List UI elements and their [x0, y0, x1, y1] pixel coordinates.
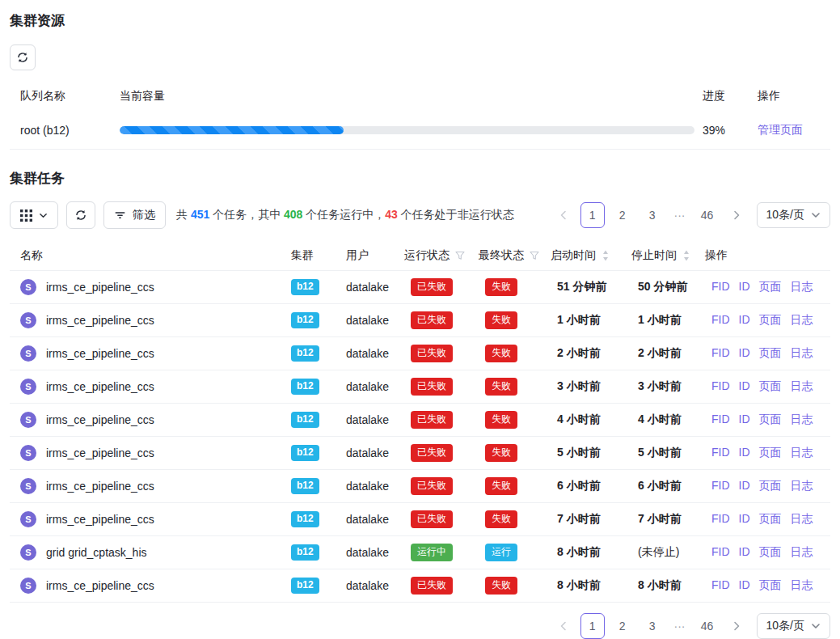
col-action: 操作	[758, 89, 830, 104]
page-size-select[interactable]: 10条/页	[757, 613, 830, 639]
op-link-FID[interactable]: FID	[711, 346, 730, 361]
pagination-page-3[interactable]: 3	[640, 613, 665, 639]
page-size-select[interactable]: 10条/页	[757, 202, 830, 228]
op-link-页面[interactable]: 页面	[759, 578, 782, 593]
table-row: S irms_ce_pipeline_ccs b12 datalake 已失败 …	[10, 337, 830, 370]
op-link-ID[interactable]: ID	[739, 578, 750, 593]
op-link-FID[interactable]: FID	[711, 578, 730, 593]
pagination-page-3[interactable]: 3	[640, 202, 665, 228]
column-settings-button[interactable]	[10, 201, 58, 229]
op-link-日志[interactable]: 日志	[791, 512, 813, 527]
final-status-cell: 失败	[479, 577, 551, 595]
op-link-FID[interactable]: FID	[711, 545, 730, 560]
resources-refresh-button[interactable]	[10, 44, 36, 70]
pagination-page-2[interactable]: 2	[610, 613, 635, 639]
op-link-FID[interactable]: FID	[711, 413, 730, 427]
op-link-日志[interactable]: 日志	[791, 578, 813, 593]
op-link-FID[interactable]: FID	[711, 313, 730, 328]
op-link-ID[interactable]: ID	[739, 545, 750, 560]
resources-table: 队列名称 当前容量 进度 操作 root (b12) 39% 管理页面	[10, 82, 830, 150]
op-link-FID[interactable]: FID	[711, 379, 730, 394]
pagination-next-button[interactable]	[725, 613, 748, 639]
op-link-页面[interactable]: 页面	[759, 280, 782, 294]
op-link-页面[interactable]: 页面	[759, 413, 782, 427]
pagination-page-46[interactable]: 46	[695, 202, 720, 228]
pagination-page-46[interactable]: 46	[695, 613, 720, 639]
column-label: 用户	[346, 248, 369, 263]
filter-button[interactable]: 筛选	[103, 201, 166, 229]
op-link-日志[interactable]: 日志	[791, 280, 813, 294]
user-cell: datalake	[346, 347, 404, 360]
op-link-FID[interactable]: FID	[711, 512, 730, 527]
op-link-FID[interactable]: FID	[711, 446, 730, 460]
task-name: irms_ce_pipeline_ccs	[46, 281, 154, 294]
op-link-FID[interactable]: FID	[711, 479, 730, 493]
stop-time: 4 小时前	[631, 413, 705, 427]
sorter-icon[interactable]	[682, 249, 690, 262]
op-link-页面[interactable]: 页面	[759, 479, 782, 493]
manage-page-link[interactable]: 管理页面	[758, 123, 803, 136]
op-link-日志[interactable]: 日志	[791, 346, 813, 361]
filter-funnel-icon[interactable]	[455, 251, 465, 260]
stop-time: 8 小时前	[631, 578, 705, 593]
run-status-badge: 已失败	[411, 278, 453, 296]
op-link-ID[interactable]: ID	[739, 479, 750, 493]
op-link-页面[interactable]: 页面	[759, 346, 782, 361]
filter-funnel-icon[interactable]	[530, 251, 539, 260]
op-link-日志[interactable]: 日志	[791, 479, 813, 493]
cluster-badge: b12	[291, 445, 319, 461]
column-header-停止时间[interactable]: 停止时间	[631, 248, 705, 263]
pagination-next-button[interactable]	[725, 202, 748, 228]
run-status-badge: 已失败	[411, 577, 453, 595]
op-link-日志[interactable]: 日志	[791, 379, 813, 394]
task-name: irms_ce_pipeline_ccs	[46, 380, 154, 393]
task-name-cell: S irms_ce_pipeline_ccs	[20, 445, 291, 461]
tasks-refresh-button[interactable]	[66, 201, 95, 229]
op-link-页面[interactable]: 页面	[759, 512, 782, 527]
op-link-ID[interactable]: ID	[739, 413, 750, 427]
task-name: irms_ce_pipeline_ccs	[46, 579, 154, 592]
op-link-ID[interactable]: ID	[739, 313, 750, 328]
run-status-cell: 运行中	[404, 544, 479, 561]
op-link-日志[interactable]: 日志	[791, 545, 813, 560]
start-time: 2 小时前	[551, 346, 631, 361]
column-header-运行状态[interactable]: 运行状态	[404, 248, 479, 263]
pagination-ellipsis[interactable]: ···	[670, 209, 690, 222]
op-link-ID[interactable]: ID	[739, 346, 750, 361]
pagination-prev-button[interactable]	[552, 202, 575, 228]
op-link-ID[interactable]: ID	[739, 512, 750, 527]
op-link-日志[interactable]: 日志	[791, 446, 813, 460]
stop-time: (未停止)	[631, 545, 705, 560]
op-link-FID[interactable]: FID	[711, 280, 730, 294]
cluster-cell: b12	[291, 312, 346, 328]
stats-segment: 408	[284, 208, 302, 221]
pagination-page-1[interactable]: 1	[580, 613, 605, 639]
final-status-badge: 失败	[485, 510, 517, 528]
pagination-ellipsis[interactable]: ···	[670, 620, 690, 633]
task-name: irms_ce_pipeline_ccs	[46, 347, 154, 360]
stats-segment: 451	[191, 208, 209, 221]
op-link-ID[interactable]: ID	[739, 379, 750, 394]
op-link-日志[interactable]: 日志	[791, 413, 813, 427]
op-link-日志[interactable]: 日志	[791, 313, 813, 328]
op-link-页面[interactable]: 页面	[759, 446, 782, 460]
op-link-页面[interactable]: 页面	[759, 379, 782, 394]
run-status-cell: 已失败	[404, 378, 479, 396]
refresh-icon	[74, 209, 87, 222]
op-link-页面[interactable]: 页面	[759, 545, 782, 560]
user-cell: datalake	[346, 380, 404, 393]
column-header-启动时间[interactable]: 启动时间	[551, 248, 631, 263]
op-link-ID[interactable]: ID	[739, 446, 750, 460]
pagination-page-2[interactable]: 2	[610, 202, 635, 228]
pagination-page-1[interactable]: 1	[580, 202, 605, 228]
cluster-badge: b12	[291, 379, 319, 395]
table-row: S irms_ce_pipeline_ccs b12 datalake 已失败 …	[10, 370, 830, 404]
final-status-badge: 失败	[485, 411, 517, 429]
op-link-ID[interactable]: ID	[739, 280, 750, 294]
pagination-prev-button[interactable]	[552, 613, 575, 639]
op-link-页面[interactable]: 页面	[759, 313, 782, 328]
column-header-名称: 名称	[20, 248, 291, 263]
resources-row: root (b12) 39% 管理页面	[10, 111, 830, 150]
sorter-icon[interactable]	[602, 249, 610, 262]
column-header-最终状态[interactable]: 最终状态	[479, 248, 551, 263]
